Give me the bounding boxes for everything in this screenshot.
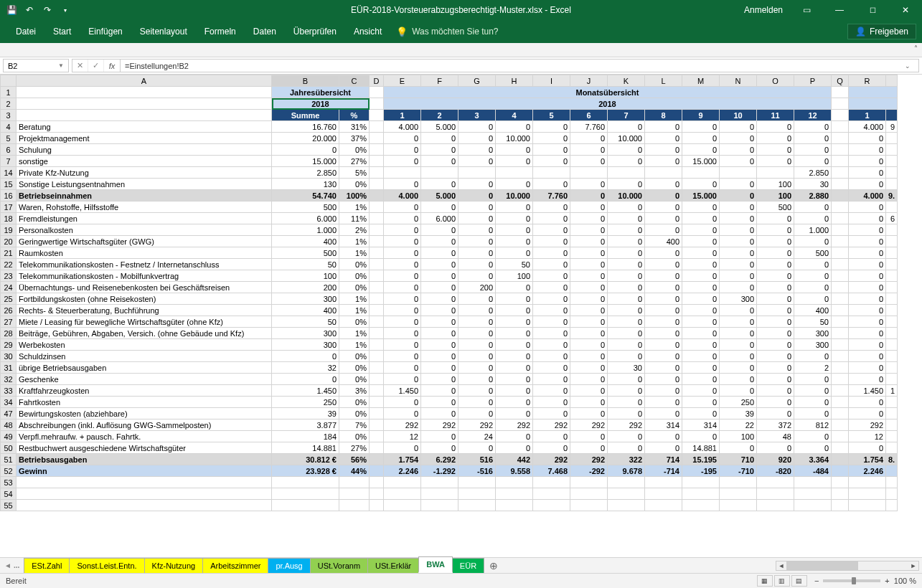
undo-icon[interactable]: ↶ [22,3,37,17]
col-header[interactable]: D [370,75,384,87]
zoom-slider[interactable] [823,579,880,582]
col-header[interactable]: C [339,75,370,87]
sheet-tab[interactable]: pr.Ausg [268,558,310,573]
sheet-tab[interactable]: USt.Erklär [367,558,419,573]
col-header[interactable]: O [757,75,794,87]
enter-fx-icon: ✓ [88,60,104,72]
spreadsheet-grid[interactable]: ABCDEFGHIJKLMNOPQR1JahresübersichtMonats… [0,75,922,557]
redo-icon[interactable]: ↷ [40,3,55,17]
fx-icon[interactable]: fx [104,60,120,72]
zoom-in-icon[interactable]: + [885,577,889,585]
col-header[interactable]: J [570,75,608,87]
minimize-icon[interactable]: ― [823,0,856,20]
save-icon[interactable]: 💾 [4,3,19,17]
maximize-icon[interactable]: ☐ [856,0,889,20]
chevron-down-icon[interactable]: ▼ [58,62,64,69]
col-header[interactable]: M [682,75,720,87]
ribbon-tab-überprüfen[interactable]: Überprüfen [285,20,345,43]
col-header[interactable]: R [849,75,886,87]
signin-link[interactable]: Anmelden [737,0,790,20]
ribbon-tab-datei[interactable]: Datei [7,20,44,43]
active-cell: 2018 [272,98,370,110]
qat-custom-icon[interactable]: ▾ [58,3,72,17]
tab-more-icon[interactable]: ... [14,561,19,569]
col-header[interactable]: G [458,75,496,87]
ribbon-tab-daten[interactable]: Daten [245,20,285,43]
sheet-tab[interactable]: EÜR [452,558,484,573]
new-sheet-icon[interactable]: ⊕ [484,558,504,573]
tellme-input[interactable]: Was möchten Sie tun? [412,27,498,37]
name-box[interactable]: B2 ▼ [3,59,69,72]
ribbon-tab-einfügen[interactable]: Einfügen [80,20,131,43]
tab-scroll-left-icon[interactable]: ◄ [4,561,11,569]
formula-bar[interactable]: =Einstellungen!B2 ⌄ [121,59,919,72]
view-normal-icon[interactable]: ▦ [757,575,773,587]
col-header[interactable]: I [533,75,570,87]
window-title: EÜR-2018-Vorsteuerabzugsberechtigt-Muste… [351,5,571,15]
col-header[interactable]: A [17,75,272,87]
share-button[interactable]: 👤 Freigeben [847,24,916,39]
col-header[interactable]: E [384,75,421,87]
sheet-tab[interactable]: BWA [418,556,453,573]
col-header[interactable]: Q [832,75,849,87]
col-header[interactable]: P [794,75,832,87]
ribbon-tab-formeln[interactable]: Formeln [196,20,245,43]
col-header[interactable]: F [421,75,458,87]
col-header[interactable]: B [272,75,339,87]
ribbon-options-icon[interactable]: ▭ [790,0,823,20]
expand-fx-icon[interactable]: ⌄ [901,62,914,70]
view-break-icon[interactable]: ▤ [791,575,807,587]
cancel-fx-icon: ✕ [72,60,88,72]
col-header[interactable]: K [608,75,645,87]
tellme-icon: 💡 [396,27,408,37]
col-header[interactable]: H [496,75,533,87]
view-layout-icon[interactable]: ▥ [774,575,790,587]
col-header[interactable]: L [645,75,682,87]
zoom-level[interactable]: 100 % [894,577,916,585]
sheet-tab[interactable]: Kfz-Nutzung [144,558,204,573]
share-icon: 👤 [855,27,866,37]
sheet-tab[interactable]: Sonst.Leist.Entn. [69,558,144,573]
ribbon-tab-seitenlayout[interactable]: Seitenlayout [131,20,196,43]
sheet-tab[interactable]: USt.Voranm [310,558,368,573]
sheet-tab[interactable]: ESt.Zahl [24,558,70,573]
ribbon-tab-start[interactable]: Start [44,20,80,43]
status-ready: Bereit [6,577,27,585]
hscrollbar[interactable]: ◄► [776,561,919,571]
col-header[interactable]: N [720,75,757,87]
sheet-tab[interactable]: Arbeitszimmer [202,558,268,573]
close-icon[interactable]: ✕ [889,0,922,20]
zoom-out-icon[interactable]: − [814,577,819,585]
collapse-ribbon-icon[interactable]: ˄ [914,44,918,52]
ribbon-tab-ansicht[interactable]: Ansicht [345,20,390,43]
